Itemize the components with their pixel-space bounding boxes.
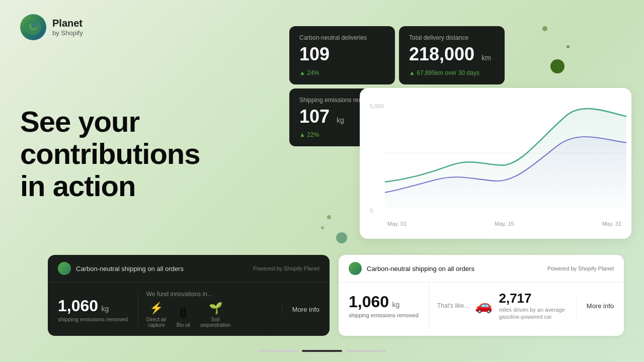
- page-dot-1[interactable]: [258, 350, 298, 352]
- decorative-dot-1: [542, 26, 547, 31]
- soil-label: Soilsequestration: [200, 317, 230, 328]
- stat-card-distance: Total delivery distance 218,000 km 67,89…: [399, 26, 505, 84]
- stat-label-distance: Total delivery distance: [409, 34, 495, 41]
- page-dot-3[interactable]: [346, 350, 386, 352]
- chart-container: 5,000 0 May. 01: [360, 88, 631, 239]
- kg-label-dark: shipping emissions removed: [58, 316, 128, 322]
- stat-value-distance: 218,000 km: [409, 44, 495, 64]
- miles-info: 2,717 miles driven by an averagegasoline…: [499, 291, 565, 321]
- more-info-light-button[interactable]: More info: [587, 302, 614, 310]
- more-info-light-section[interactable]: More info: [576, 293, 624, 318]
- miles-value: 2,717: [499, 291, 565, 306]
- innovations-icons: ⚡ Direct aircapture 🛢 Bio oil 🌱 Soilsequ…: [146, 302, 274, 328]
- miles-detail: miles driven by an averagegasoline-power…: [499, 306, 565, 321]
- banner-light-body: 1,060 kg shipping emissions removed That…: [339, 283, 624, 329]
- chart-y-low: 0: [370, 208, 384, 214]
- kg-value-light: 1,060: [349, 293, 389, 311]
- kg-value-dark: 1,060: [58, 297, 98, 315]
- stat-change-deliveries: 24%: [299, 69, 385, 76]
- banner-dark-header: Carbon-neutral shipping on all orders Po…: [48, 255, 330, 283]
- more-info-dark-section[interactable]: More info: [282, 305, 330, 314]
- stat-card-deliveries: Carbon-neutral deliveries 109 24%: [289, 26, 395, 84]
- innovations-section: We fund innovations in... ⚡ Direct airca…: [138, 291, 282, 328]
- kg-unit-dark: kg: [102, 305, 109, 313]
- powered-by-light: Powered by Shopify Planet: [547, 265, 614, 272]
- soil-icon: 🌱: [209, 302, 222, 315]
- bio-oil-label: Bio oil: [177, 322, 190, 328]
- decorative-dot-6: [336, 232, 347, 243]
- chart-svg: [385, 98, 626, 208]
- kg-label-light: shipping emissions removed: [349, 312, 419, 318]
- bio-oil-icon: 🛢: [178, 307, 189, 320]
- decorative-dot-5: [321, 226, 324, 229]
- chart-x-label-3: May. 31: [602, 221, 621, 227]
- powered-by-dark: Powered by Shopify Planet: [253, 265, 319, 272]
- decorative-dot-4: [327, 215, 331, 219]
- kg-section-light: 1,060 kg shipping emissions removed: [339, 285, 429, 326]
- page-dot-2[interactable]: [302, 350, 342, 352]
- more-info-dark-button[interactable]: More info: [292, 306, 319, 313]
- innovation-direct-air: ⚡ Direct aircapture: [146, 302, 167, 328]
- chart-y-high: 5,000: [370, 103, 384, 109]
- car-icon: 🚗: [475, 297, 493, 314]
- kg-section-dark: 1,060 kg shipping emissions removed: [48, 297, 138, 322]
- innovations-label: We fund innovations in...: [146, 291, 274, 298]
- planet-icon-light: [349, 262, 362, 275]
- banner-light: Carbon-neutral shipping on all orders Po…: [339, 255, 624, 336]
- planet-logo-icon: [20, 14, 46, 40]
- pagination: [258, 350, 386, 352]
- chart-x-label-1: May. 01: [387, 221, 407, 227]
- logo-text: Planet by Shopify: [52, 18, 83, 37]
- thats-like-label: That's like...: [437, 302, 469, 309]
- main-headline: See your contributions in action: [20, 106, 200, 202]
- banner-dark-title: Carbon-neutral shipping on all orders: [58, 262, 184, 275]
- thats-like-section: That's like... 🚗 2,717 miles driven by a…: [429, 283, 576, 329]
- logo-title: Planet: [52, 18, 83, 29]
- svg-point-1: [31, 22, 37, 28]
- kg-unit-light: kg: [392, 301, 400, 309]
- decorative-dot-2: [567, 45, 570, 48]
- chart-x-labels: May. 01 May. 15 May. 31: [387, 221, 621, 227]
- banner-dark-body: 1,060 kg shipping emissions removed We f…: [48, 283, 330, 336]
- stat-change-distance: 67,895km over 30 days: [409, 69, 495, 76]
- planet-icon-dark: [58, 262, 71, 275]
- direct-air-icon: ⚡: [149, 302, 163, 315]
- chart-y-labels: 5,000 0: [370, 103, 384, 214]
- banner-light-header: Carbon-neutral shipping on all orders Po…: [339, 255, 624, 283]
- stat-label-deliveries: Carbon-neutral deliveries: [299, 34, 385, 41]
- logo-area: Planet by Shopify: [20, 14, 83, 40]
- bottom-section: Carbon-neutral shipping on all orders Po…: [48, 255, 624, 336]
- decorative-dot-3: [550, 59, 565, 73]
- banner-dark: Carbon-neutral shipping on all orders Po…: [48, 255, 330, 336]
- innovation-soil: 🌱 Soilsequestration: [200, 302, 230, 328]
- chart-x-label-2: May. 15: [495, 221, 514, 227]
- direct-air-label: Direct aircapture: [146, 317, 167, 328]
- logo-subtitle: by Shopify: [52, 29, 83, 37]
- stat-value-deliveries: 109: [299, 44, 385, 64]
- banner-light-title: Carbon-neutral shipping on all orders: [349, 262, 474, 275]
- innovation-bio-oil: 🛢 Bio oil: [177, 307, 190, 328]
